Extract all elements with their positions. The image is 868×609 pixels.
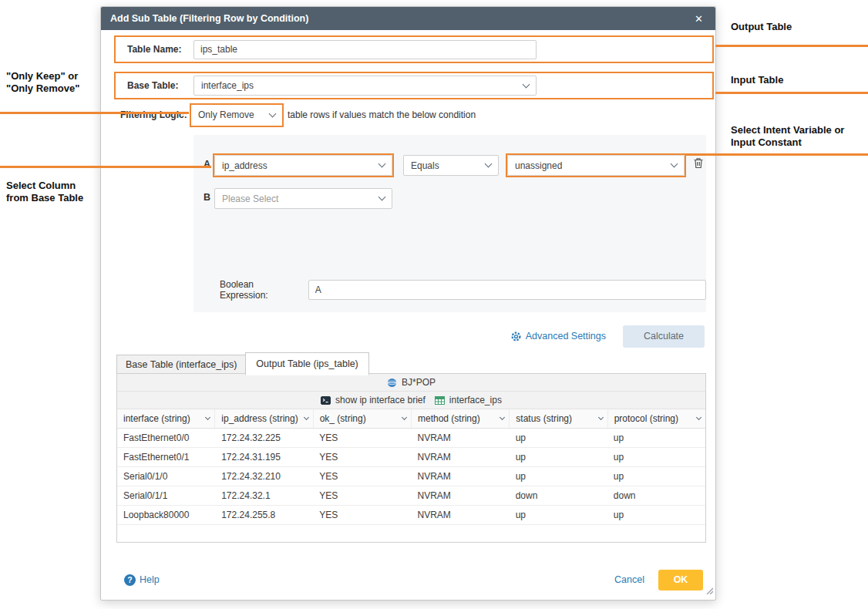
column-header-ip-address[interactable]: ip_address (string) <box>214 409 312 428</box>
cell: down <box>607 486 705 505</box>
table-row[interactable]: Serial0/1/1 172.24.32.1 YES NVRAM down d… <box>117 486 705 506</box>
resize-handle[interactable] <box>705 584 713 597</box>
filtering-logic-suffix: table rows if values match the below con… <box>288 109 476 120</box>
table-name-row-highlight: Table Name: <box>114 35 714 63</box>
source-band: show ip interface brief interface_ips <box>117 392 705 409</box>
boolean-expression-input[interactable] <box>308 280 706 300</box>
cell: 172.24.255.8 <box>215 506 313 524</box>
delete-condition-button[interactable] <box>693 157 704 172</box>
cell: Serial0/1/1 <box>117 486 215 505</box>
resize-grip-icon <box>705 587 713 594</box>
table-row[interactable]: FastEthernet0/1 172.24.31.195 YES NVRAM … <box>117 448 705 467</box>
base-table-value: interface_ips <box>201 80 254 91</box>
condition-b-placeholder: Please Select <box>222 193 278 204</box>
table-row[interactable]: Serial0/1/0 172.24.32.210 YES NVRAM up u… <box>117 467 705 486</box>
annotation-select-intent-line2: Input Constant <box>731 136 868 149</box>
cell: Loopback80000 <box>117 506 215 524</box>
column-label: interface (string) <box>123 413 190 424</box>
table-icon <box>435 396 445 405</box>
annotation-select-column-line1: Select Column <box>6 180 103 192</box>
help-icon <box>124 574 136 586</box>
annotation-line-select-intent <box>685 153 868 156</box>
column-header-method[interactable]: method (string) <box>411 409 509 428</box>
condition-a-value-select[interactable]: unassigned <box>507 155 685 176</box>
column-label: ip_address (string) <box>221 413 298 424</box>
value-select-highlight: unassigned <box>506 153 686 177</box>
cancel-button[interactable]: Cancel <box>614 574 644 585</box>
output-table-preview: BJ*POP show ip interface brief interface… <box>116 373 706 543</box>
source-table-name: interface_ips <box>449 395 502 405</box>
table-row[interactable]: FastEthernet0/0 172.24.32.225 YES NVRAM … <box>117 429 705 448</box>
condition-a-column-select[interactable]: ip_address <box>214 155 392 176</box>
column-label: ok_ (string) <box>320 413 366 424</box>
help-link[interactable]: Help <box>124 574 160 586</box>
cell: NVRAM <box>412 429 510 447</box>
preview-tabbar: Base Table (interface_ips) Output Table … <box>116 352 369 375</box>
cell: NVRAM <box>412 448 510 466</box>
dialog-titlebar: Add Sub Table (Filtering Row by Conditio… <box>101 7 715 30</box>
cell: NVRAM <box>412 486 510 505</box>
cell: YES <box>313 486 411 505</box>
condition-b-label: B <box>204 192 210 203</box>
chevron-down-icon <box>378 193 386 201</box>
annotation-filtering-logic-line2: "Only Remove" <box>6 82 103 95</box>
filtering-logic-select[interactable]: Only Remove <box>191 105 282 126</box>
dialog-footer: Help Cancel OK <box>124 568 703 591</box>
column-header-protocol[interactable]: protocol (string) <box>607 409 705 428</box>
chevron-down-icon <box>304 414 309 419</box>
cell: YES <box>313 467 411 486</box>
device-icon <box>387 378 397 388</box>
cell: YES <box>313 429 411 447</box>
cell: up <box>607 467 705 486</box>
cell: NVRAM <box>412 506 510 524</box>
tab-output-table[interactable]: Output Table (ips_table) <box>245 352 369 375</box>
cell: down <box>510 486 607 505</box>
filtering-logic-value: Only Remove <box>198 109 254 120</box>
chevron-down-icon <box>500 414 505 419</box>
table-header-row: interface (string) ip_address (string) o… <box>117 409 705 429</box>
annotation-line-filtering-logic <box>0 112 189 114</box>
cell: NVRAM <box>412 467 510 486</box>
table-name-input[interactable] <box>193 40 537 59</box>
actions-row: Advanced Settings Calculate <box>510 325 705 348</box>
cell: up <box>510 467 607 486</box>
gear-icon <box>510 331 522 342</box>
close-icon[interactable]: ✕ <box>691 12 706 26</box>
help-label: Help <box>140 574 160 585</box>
condition-b-column-select[interactable]: Please Select <box>214 188 392 209</box>
condition-a-operator-select[interactable]: Equals <box>403 155 499 176</box>
dialog-title: Add Sub Table (Filtering Row by Conditio… <box>110 13 308 24</box>
table-row[interactable]: Loopback80000 172.24.255.8 YES NVRAM up … <box>117 506 705 525</box>
column-header-status[interactable]: status (string) <box>509 409 607 428</box>
annotation-select-intent-line1: Select Intent Variable or <box>731 124 868 136</box>
ok-button[interactable]: OK <box>658 570 703 590</box>
cell: 172.24.31.195 <box>215 448 313 466</box>
column-header-ok[interactable]: ok_ (string) <box>313 409 411 428</box>
base-table-select[interactable]: interface_ips <box>193 76 537 96</box>
cell: FastEthernet0/1 <box>117 448 215 466</box>
chevron-down-icon <box>523 80 530 88</box>
chevron-down-icon <box>696 414 701 419</box>
advanced-settings-link[interactable]: Advanced Settings <box>510 331 606 342</box>
column-header-interface[interactable]: interface (string) <box>117 409 214 428</box>
cell: up <box>607 448 705 466</box>
command-text: show ip interface brief <box>335 395 426 405</box>
annotation-filtering-logic: "Only Keep" or "Only Remove" <box>6 70 103 95</box>
annotation-line-select-column <box>0 166 211 168</box>
column-label: method (string) <box>418 413 480 424</box>
condition-a-operator-value: Equals <box>411 160 439 171</box>
tab-base-table[interactable]: Base Table (interface_ips) <box>116 355 246 375</box>
cell: 172.24.32.1 <box>215 486 313 505</box>
calculate-button[interactable]: Calculate <box>623 325 705 348</box>
terminal-icon <box>321 396 331 405</box>
device-name: BJ*POP <box>402 377 436 388</box>
trash-icon <box>693 157 704 169</box>
chevron-down-icon <box>205 414 210 419</box>
column-select-highlight: ip_address <box>213 153 394 177</box>
cell: up <box>510 448 607 466</box>
annotation-output-table: Output Table <box>731 21 792 33</box>
filtering-logic-row: Filtering Logic: Only Remove table rows … <box>120 103 476 127</box>
cell: up <box>607 429 705 447</box>
chevron-down-icon <box>269 109 277 117</box>
boolean-expression-row: Boolean Expression: <box>220 279 706 301</box>
